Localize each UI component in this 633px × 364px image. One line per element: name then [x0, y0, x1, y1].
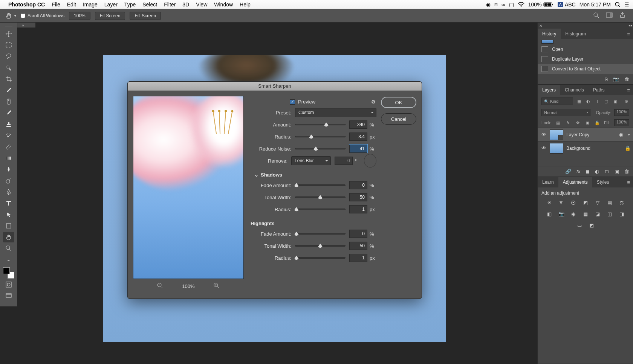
levels-icon[interactable]: ⛛ [557, 199, 566, 206]
shadows-fade-slider[interactable] [295, 184, 346, 186]
pen-tool[interactable] [3, 187, 14, 197]
layer-row[interactable]: 👁 Background 🔒 [538, 141, 633, 155]
panel-menu-icon[interactable]: ≡ [624, 29, 633, 39]
channel-mixer-icon[interactable]: ◉ [569, 210, 578, 218]
threshold-icon[interactable]: ◨ [618, 210, 626, 218]
tab-layers[interactable]: Layers [538, 85, 560, 95]
path-select-tool[interactable] [3, 209, 14, 220]
highlights-fade-input[interactable] [349, 230, 367, 238]
panel-close-icon[interactable]: × [538, 23, 544, 29]
exposure-icon[interactable]: ◩ [581, 199, 590, 206]
hue-icon[interactable]: ▤ [605, 199, 614, 206]
dialog-title[interactable]: Smart Sharpen [128, 82, 422, 91]
tab-adjustments[interactable]: Adjustments [558, 177, 592, 187]
shadows-radius-input[interactable] [349, 205, 367, 213]
shadows-fade-input[interactable] [349, 181, 367, 189]
new-snapshot-icon[interactable]: 📷 [613, 76, 619, 82]
remove-dropdown[interactable]: Lens Blur [291, 156, 331, 165]
filter-pixel-icon[interactable]: ▦ [576, 98, 582, 104]
shape-tool[interactable] [3, 221, 14, 231]
adjustment-layer-icon[interactable]: ◐ [595, 169, 599, 174]
share-icon[interactable] [619, 12, 625, 19]
brush-tool[interactable] [3, 108, 14, 118]
trash-icon[interactable]: 🗑 [624, 76, 629, 82]
marquee-tool[interactable] [3, 40, 14, 50]
spotlight-icon[interactable] [615, 2, 621, 8]
amount-input[interactable] [349, 120, 367, 129]
panel-menu-icon[interactable]: ≡ [624, 85, 633, 95]
hand-tool[interactable] [3, 232, 14, 242]
history-snapshot-thumb[interactable] [541, 40, 553, 44]
tab-channels[interactable]: Channels [560, 85, 589, 95]
lasso-tool[interactable] [3, 51, 14, 62]
link-layers-icon[interactable]: 🔗 [565, 169, 571, 174]
lock-pixels-icon[interactable]: ✎ [565, 120, 571, 126]
tab-history[interactable]: History [538, 29, 561, 39]
color-lookup-icon[interactable]: ▦ [581, 210, 590, 218]
highlights-fade-slider[interactable] [295, 233, 346, 235]
lock-artboard-icon[interactable]: ▣ [584, 120, 590, 126]
menu-image[interactable]: Image [83, 2, 98, 8]
dialog-preview[interactable] [133, 96, 244, 279]
new-snapshot-from-state-icon[interactable]: ⎘ [605, 76, 608, 82]
shadows-section-header[interactable]: ⌄Shadows [254, 172, 376, 178]
photo-filter-icon[interactable]: 📷 [557, 210, 566, 218]
menu-filter[interactable]: Filter [164, 2, 176, 8]
app-name[interactable]: Photoshop CC [8, 2, 45, 8]
menu-view[interactable]: View [196, 2, 207, 8]
zoom-in-icon[interactable] [214, 283, 220, 290]
cancel-button[interactable]: Cancel [381, 113, 416, 125]
color-swatches[interactable] [3, 267, 14, 279]
highlights-radius-input[interactable] [349, 254, 367, 262]
posterize-icon[interactable]: ◫ [605, 210, 614, 218]
trash-icon[interactable]: 🗑 [624, 169, 629, 174]
fit-screen-button[interactable]: Fit Screen [95, 12, 125, 20]
clock[interactable]: Mon 5:17 PM [579, 2, 611, 8]
highlights-section-header[interactable]: Highlights [251, 221, 376, 226]
invert-icon[interactable]: ◪ [593, 210, 602, 218]
crop-tool[interactable] [3, 74, 14, 84]
tab-histogram[interactable]: Histogram [561, 29, 590, 39]
layer-thumb[interactable] [550, 129, 563, 140]
menu-3d[interactable]: 3D [182, 2, 189, 8]
layer-thumb[interactable] [550, 143, 563, 154]
layer-fx-icon[interactable]: fx [576, 169, 580, 174]
lock-transparent-icon[interactable]: ▦ [555, 120, 561, 126]
battery-status[interactable]: 100% [528, 2, 554, 8]
quick-select-tool[interactable] [3, 62, 14, 73]
document-tab[interactable]: » [17, 23, 35, 28]
history-item[interactable]: Open [538, 44, 633, 54]
filter-type-icon[interactable]: T [594, 98, 600, 104]
lock-all-icon[interactable]: 🔒 [594, 120, 600, 126]
wifi-icon[interactable] [518, 2, 524, 7]
angle-dial[interactable] [364, 154, 376, 168]
gradient-tool[interactable] [3, 153, 14, 163]
amount-slider[interactable] [295, 124, 346, 125]
vibrance-icon[interactable]: ▽ [593, 199, 602, 206]
visibility-icon[interactable]: 👁 [541, 132, 547, 137]
menu-select[interactable]: Select [142, 2, 157, 8]
history-brush-tool[interactable] [3, 130, 14, 141]
selective-color-icon[interactable]: ◩ [587, 221, 596, 229]
fill-input[interactable]: 100% [614, 119, 629, 126]
zoom-level-button[interactable]: 100% [69, 12, 90, 20]
tab-styles[interactable]: Styles [592, 177, 614, 187]
highlights-tonal-input[interactable] [349, 242, 367, 250]
layer-row[interactable]: 👁 Layer Copy ◉▾ [538, 128, 633, 141]
healing-tool[interactable] [3, 96, 14, 107]
move-tool[interactable] [3, 29, 14, 39]
blend-mode-dropdown[interactable]: Normal [541, 109, 590, 116]
noise-slider[interactable] [295, 148, 346, 149]
history-item[interactable]: Duplicate Layer [538, 54, 633, 64]
radius-input[interactable] [349, 133, 367, 141]
shadows-tonal-input[interactable] [349, 193, 367, 201]
dodge-tool[interactable] [3, 175, 14, 186]
layer-filter-kind[interactable]: Kind [541, 97, 573, 105]
highlights-radius-slider[interactable] [295, 257, 346, 259]
preset-dropdown[interactable]: Custom [295, 108, 376, 117]
filter-smart-icon[interactable]: ▣ [612, 98, 618, 104]
blur-tool[interactable] [3, 164, 14, 175]
type-tool[interactable] [3, 198, 14, 209]
eraser-tool[interactable] [3, 142, 14, 152]
ok-button[interactable]: OK [381, 97, 416, 108]
